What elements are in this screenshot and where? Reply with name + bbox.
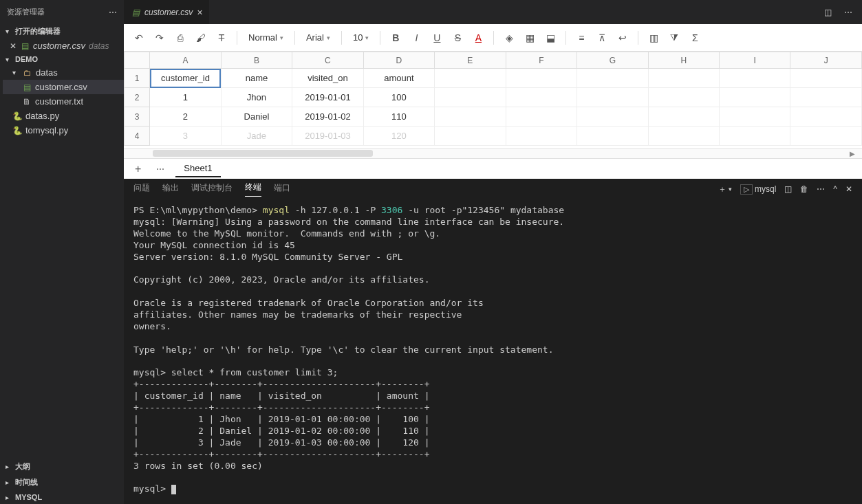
italic-icon[interactable]: I <box>408 30 424 46</box>
borders-icon[interactable]: ▦ <box>521 30 538 46</box>
cell[interactable] <box>720 88 790 107</box>
col-G[interactable]: G <box>577 52 648 69</box>
cell-D3[interactable]: 110 <box>363 107 434 127</box>
cell[interactable] <box>435 107 506 127</box>
scroll-right-icon[interactable]: ▶ <box>843 150 862 157</box>
new-terminal-icon[interactable]: ＋▾ <box>718 184 732 195</box>
cell[interactable] <box>435 127 506 146</box>
col-C[interactable]: C <box>292 52 363 69</box>
col-F[interactable]: F <box>506 52 577 69</box>
col-A[interactable]: A <box>150 52 221 69</box>
cell-B2[interactable]: Jhon <box>221 88 292 107</box>
panel-more-icon[interactable]: ⋯ <box>817 184 825 194</box>
row-4[interactable]: 4 <box>125 127 150 146</box>
sheet-grid[interactable]: A B C D E F G H I J 1 customer_id name v… <box>124 52 862 146</box>
tab-ports[interactable]: 端口 <box>274 182 290 197</box>
col-E[interactable]: E <box>435 52 506 69</box>
cell-A1[interactable]: customer_id <box>150 69 221 88</box>
col-D[interactable]: D <box>363 52 434 69</box>
font-dropdown[interactable]: Arial▾ <box>302 32 334 43</box>
cell-D1[interactable]: amount <box>363 69 434 88</box>
mysql-section[interactable]: ▸MYSQL <box>0 490 124 504</box>
clear-format-icon[interactable]: T <box>213 30 230 46</box>
cell-A2[interactable]: 1 <box>150 88 221 107</box>
terminal[interactable]: PS E:\ml\mypython\demo> mysql -h 127.0.0… <box>124 199 862 504</box>
wrap-icon[interactable]: ↩ <box>614 30 631 46</box>
horizontal-scrollbar[interactable]: ▶ <box>124 148 862 158</box>
split-editor-icon[interactable]: ◫ <box>821 6 834 19</box>
cell[interactable] <box>790 127 862 146</box>
tab-output[interactable]: 输出 <box>162 182 179 197</box>
row-3[interactable]: 3 <box>125 107 150 127</box>
valign-icon[interactable]: ⊼ <box>594 30 610 46</box>
cell[interactable] <box>577 88 648 107</box>
cell-B1[interactable]: name <box>221 69 292 88</box>
cell[interactable] <box>435 88 506 107</box>
cell[interactable] <box>577 69 648 88</box>
cell[interactable] <box>790 107 862 127</box>
cell[interactable] <box>720 69 790 88</box>
open-editor-item[interactable]: ✕ ▤ customer.csv datas <box>0 39 124 53</box>
cell[interactable] <box>506 127 577 146</box>
cell[interactable] <box>435 69 506 88</box>
cell[interactable] <box>577 127 648 146</box>
kill-terminal-icon[interactable]: 🗑 <box>800 184 808 194</box>
cell[interactable] <box>790 69 862 88</box>
row-1[interactable]: 1 <box>125 69 150 88</box>
scrollbar-thumb[interactable] <box>153 150 373 157</box>
halign-icon[interactable]: ≡ <box>573 30 590 46</box>
cell-C2[interactable]: 2019-01-01 <box>292 88 363 107</box>
open-editors-section[interactable]: ▾ 打开的编辑器 <box>0 24 124 39</box>
cell[interactable] <box>506 69 577 88</box>
sheet-tab-1[interactable]: Sheet1 <box>175 160 220 177</box>
file-datas-py[interactable]: 🐍 datas.py <box>3 109 124 123</box>
explorer-more-icon[interactable]: ⋯ <box>109 8 117 17</box>
split-terminal-icon[interactable]: ◫ <box>784 184 792 194</box>
col-H[interactable]: H <box>648 52 719 69</box>
folder-root-section[interactable]: ▾ DEMO <box>0 53 124 65</box>
fill-color-icon[interactable]: ◈ <box>501 30 517 46</box>
cell[interactable] <box>648 69 719 88</box>
cell-B4[interactable]: Jade <box>221 127 292 146</box>
cell[interactable] <box>790 88 862 107</box>
row-2[interactable]: 2 <box>125 88 150 107</box>
file-customer-txt[interactable]: 🗎 customer.txt <box>3 94 124 109</box>
cell[interactable] <box>506 107 577 127</box>
close-icon[interactable]: × <box>197 7 202 18</box>
size-dropdown[interactable]: 10▾ <box>349 32 373 43</box>
tab-debug-console[interactable]: 调试控制台 <box>191 182 233 197</box>
cell[interactable] <box>648 107 719 127</box>
sheet-menu-icon[interactable]: ⋯ <box>152 164 169 174</box>
close-panel-icon[interactable]: ✕ <box>845 184 852 194</box>
cell-C1[interactable]: visited_on <box>292 69 363 88</box>
file-tomysql-py[interactable]: 🐍 tomysql.py <box>3 123 124 138</box>
tab-problems[interactable]: 问题 <box>133 182 150 197</box>
tab-customer-csv[interactable]: ▤ customer.csv × <box>124 0 209 24</box>
tab-terminal[interactable]: 终端 <box>245 182 261 197</box>
cell-C3[interactable]: 2019-01-02 <box>292 107 363 127</box>
redo-icon[interactable]: ↷ <box>151 30 168 46</box>
cell-D4[interactable]: 120 <box>363 127 434 146</box>
formula-icon[interactable]: Σ <box>687 30 703 46</box>
cell[interactable] <box>648 88 719 107</box>
col-I[interactable]: I <box>720 52 790 69</box>
timeline-section[interactable]: ▸时间线 <box>0 474 124 490</box>
outline-section[interactable]: ▸大纲 <box>0 459 124 474</box>
undo-icon[interactable]: ↶ <box>131 30 147 46</box>
launch-profile[interactable]: ▷ mysql <box>740 184 776 195</box>
folder-datas[interactable]: ▾ 🗀 datas <box>3 65 124 80</box>
cell[interactable] <box>720 127 790 146</box>
cell-B3[interactable]: Daniel <box>221 107 292 127</box>
select-all[interactable] <box>125 52 150 69</box>
add-sheet-icon[interactable]: + <box>131 163 145 175</box>
cell-A4[interactable]: 3 <box>150 127 221 146</box>
close-icon[interactable]: ✕ <box>10 41 17 51</box>
style-dropdown[interactable]: Normal▾ <box>244 32 288 43</box>
strike-icon[interactable]: S <box>449 30 466 46</box>
merge-icon[interactable]: ⬓ <box>542 30 559 46</box>
cell[interactable] <box>577 107 648 127</box>
cell[interactable] <box>506 88 577 107</box>
col-J[interactable]: J <box>790 52 862 69</box>
underline-icon[interactable]: U <box>429 30 445 46</box>
cell-A3[interactable]: 2 <box>150 107 221 127</box>
